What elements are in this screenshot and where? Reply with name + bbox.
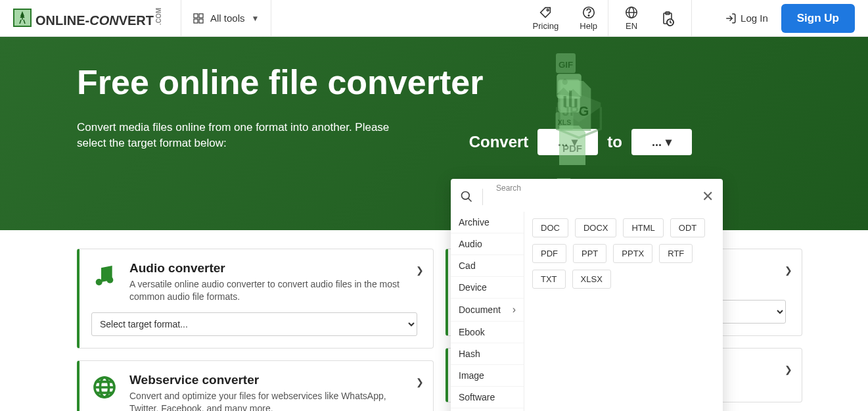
svg-rect-23	[574, 99, 577, 107]
svg-point-29	[96, 279, 103, 285]
help-link[interactable]: Help	[569, 5, 608, 31]
chevron-down-icon: ▼	[252, 14, 260, 23]
format-doc[interactable]: DOC	[532, 218, 568, 237]
category-audio[interactable]: Audio	[451, 233, 524, 255]
signup-button[interactable]: Sign Up	[781, 4, 855, 33]
category-cad[interactable]: Cad	[451, 255, 524, 277]
card-desc: A versatile online audio converter to co…	[129, 278, 417, 303]
dropdown-categories: ArchiveAudioCadDeviceDocumentEbookHashIm…	[451, 212, 524, 411]
category-document[interactable]: Document	[451, 299, 524, 322]
format-docx[interactable]: DOCX	[575, 218, 617, 237]
logo-icon	[13, 9, 32, 27]
cards-section: ❯ Audio converter A versatile online aud…	[0, 230, 868, 411]
svg-point-28	[462, 192, 470, 200]
help-icon	[582, 5, 596, 20]
search-input[interactable]	[496, 189, 693, 205]
format-rtf[interactable]: RTF	[659, 244, 693, 263]
svg-text:GIF: GIF	[559, 60, 573, 70]
header: ONLINE-CONVERT.COM All tools ▼ Pricing H…	[0, 0, 868, 37]
format-pptx[interactable]: PPTX	[613, 244, 652, 263]
svg-point-4	[547, 9, 549, 11]
svg-rect-0	[194, 14, 198, 18]
logo[interactable]: ONLINE-CONVERT.COM	[13, 8, 162, 28]
svg-rect-3	[199, 19, 203, 23]
chevron-right-icon: ❯	[416, 265, 424, 276]
format-odt[interactable]: ODT	[670, 218, 705, 237]
pricing-link[interactable]: Pricing	[522, 5, 570, 31]
hero-section: Free online file converter Convert media…	[0, 37, 868, 230]
svg-rect-1	[199, 14, 203, 18]
chevron-right-icon: ❯	[785, 265, 792, 276]
format-ppt[interactable]: PPT	[573, 244, 606, 263]
chevron-right-icon: ❯	[785, 364, 792, 375]
search-icon	[460, 190, 473, 203]
hero-subtitle: Convert media files online from one form…	[77, 120, 419, 151]
grid-icon	[193, 13, 204, 24]
dropdown-search-row: Search ✕	[451, 188, 723, 212]
svg-point-30	[106, 277, 113, 283]
card-title: Webservice converter	[129, 373, 417, 387]
chevron-right-icon: ❯	[416, 377, 424, 387]
card-title: Audio converter	[129, 261, 417, 276]
clipboard-clock-icon	[660, 11, 675, 26]
all-tools-label: All tools	[210, 12, 245, 24]
card-desc: Convert and optimize your files for webs…	[129, 390, 417, 411]
all-tools-menu[interactable]: All tools ▼	[181, 0, 271, 37]
svg-point-6	[588, 15, 589, 16]
close-icon[interactable]: ✕	[702, 188, 714, 205]
logo-text: ONLINE-CONVERT.COM	[35, 8, 162, 28]
format-dropdown-panel: Search ✕ ArchiveAudioCadDeviceDocumentEb…	[451, 179, 723, 411]
category-archive[interactable]: Archive	[451, 212, 524, 233]
category-hash[interactable]: Hash	[451, 343, 524, 365]
login-button[interactable]: Log In	[725, 12, 768, 24]
category-device[interactable]: Device	[451, 277, 524, 299]
category-software[interactable]: Software	[451, 387, 524, 408]
tag-icon	[538, 5, 553, 20]
history-button[interactable]	[649, 11, 686, 26]
globe-icon	[91, 373, 118, 402]
format-html[interactable]: HTML	[623, 218, 663, 237]
dropdown-formats: DOCDOCXHTMLODTPDFPPTPPTXRTFTXTXLSX	[524, 212, 723, 411]
language-selector[interactable]: EN	[614, 5, 649, 31]
audio-target-select[interactable]: Select target format...	[91, 312, 417, 336]
svg-rect-2	[194, 19, 198, 23]
category-image[interactable]: Image	[451, 365, 524, 387]
webservice-converter-card[interactable]: ❯ Webservice converter Convert and optim…	[77, 360, 434, 411]
audio-converter-card[interactable]: ❯ Audio converter A versatile online aud…	[77, 249, 434, 349]
format-pdf[interactable]: PDF	[532, 244, 566, 263]
svg-text:PDF: PDF	[562, 143, 582, 154]
category-ebook[interactable]: Ebook	[451, 322, 524, 343]
search-label: Search	[496, 183, 521, 193]
globe-icon	[624, 5, 639, 20]
format-txt[interactable]: TXT	[532, 270, 566, 289]
category-video[interactable]: Video	[451, 408, 524, 411]
login-icon	[725, 12, 737, 24]
music-icon	[91, 261, 118, 290]
svg-rect-21	[564, 96, 566, 107]
convert-label: Convert	[469, 133, 529, 151]
format-xlsx[interactable]: XLSX	[572, 270, 611, 289]
svg-rect-22	[569, 91, 572, 107]
